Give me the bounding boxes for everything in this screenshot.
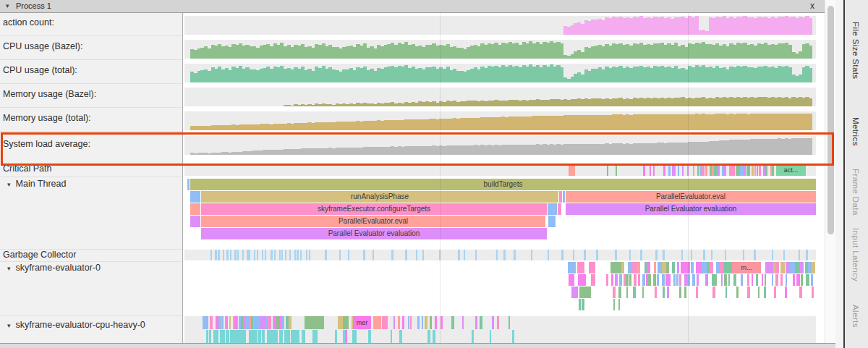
trace-slice[interactable]: [348, 250, 350, 260]
trace-slice[interactable]: [244, 330, 247, 343]
tab-frame-data[interactable]: Frame Data: [851, 169, 860, 216]
trace-slice[interactable]: [724, 274, 728, 286]
trace-slice[interactable]: [582, 274, 586, 286]
trace-slice[interactable]: [611, 274, 614, 286]
trace-slice[interactable]: [740, 165, 744, 176]
trace-slice[interactable]: [721, 274, 723, 286]
trace-slice[interactable]: [427, 330, 430, 343]
trace-slice[interactable]: [715, 274, 718, 286]
trace-slice[interactable]: [237, 250, 239, 260]
trace-slice[interactable]: [281, 316, 284, 329]
process-header[interactable]: ▾ Process 1 x: [0, 0, 825, 13]
trace-slice[interactable]: buildTargets: [190, 179, 816, 190]
trace-slice[interactable]: [382, 316, 388, 329]
trace-slice[interactable]: [626, 287, 629, 298]
trace-slice[interactable]: [190, 216, 200, 227]
trace-slice[interactable]: [234, 316, 237, 329]
trace-slice[interactable]: [492, 316, 494, 329]
trace-slice[interactable]: [772, 274, 773, 286]
trace-slice[interactable]: [637, 262, 640, 273]
trace-slice[interactable]: [691, 262, 694, 273]
track-header-skyframe-evaluator-0[interactable]: ▾skyframe-evaluator-0: [3, 263, 101, 273]
trace-slice[interactable]: [657, 274, 659, 286]
trace-slice[interactable]: [579, 287, 591, 298]
trace-slice[interactable]: [607, 165, 608, 176]
trace-slice[interactable]: [736, 287, 739, 298]
trace-slice[interactable]: [786, 262, 791, 273]
trace-slice[interactable]: [458, 250, 460, 260]
trace-slice[interactable]: [640, 250, 642, 260]
trace-slice[interactable]: [218, 250, 220, 260]
trace-slice[interactable]: [741, 274, 743, 286]
trace-slice[interactable]: [480, 316, 482, 329]
trace-slice[interactable]: [279, 250, 281, 260]
trace-slice[interactable]: [242, 250, 244, 260]
trace-slice[interactable]: [305, 316, 324, 329]
trace-slice[interactable]: [548, 203, 557, 215]
trace-slice[interactable]: [509, 316, 510, 329]
trace-slice[interactable]: [728, 274, 731, 286]
trace-slice[interactable]: [682, 165, 684, 176]
trace-slice[interactable]: [512, 330, 514, 343]
trace-slice[interactable]: [772, 250, 774, 260]
trace-slice[interactable]: [752, 274, 754, 286]
trace-slice[interactable]: [672, 262, 675, 273]
trace-slice[interactable]: [402, 316, 404, 329]
trace-slice[interactable]: [257, 250, 258, 260]
trace-slice[interactable]: [210, 250, 212, 260]
trace-slice[interactable]: [747, 287, 750, 298]
trace-slice[interactable]: [230, 250, 232, 260]
trace-slice[interactable]: [203, 316, 205, 329]
collapse-arrow-icon[interactable]: ▾: [6, 2, 9, 9]
trace-slice[interactable]: [497, 316, 498, 329]
collapse-arrow-icon[interactable]: ▾: [7, 322, 11, 329]
trace-slice-merge[interactable]: mer: [353, 316, 371, 329]
trace-slice[interactable]: [743, 250, 744, 260]
trace-slice[interactable]: [596, 250, 598, 260]
trace-slice[interactable]: [780, 262, 785, 273]
trace-slice[interactable]: [697, 274, 699, 286]
trace-slice[interactable]: [405, 250, 407, 260]
trace-slice[interactable]: [705, 165, 707, 176]
vertical-scrollbar[interactable]: [825, 0, 836, 343]
trace-slice[interactable]: [475, 250, 477, 260]
trace-slice[interactable]: [629, 274, 631, 286]
counter-chart-action-count[interactable]: [190, 16, 812, 35]
trace-slice[interactable]: [377, 316, 381, 329]
trace-slice[interactable]: [774, 287, 775, 298]
trace-slice[interactable]: [747, 274, 749, 286]
trace-slice[interactable]: [746, 165, 749, 176]
trace-slice[interactable]: [752, 165, 754, 176]
trace-slice[interactable]: [286, 330, 290, 343]
trace-slice[interactable]: [416, 250, 418, 260]
trace-slice[interactable]: ParallelEvaluator.eval: [201, 216, 545, 227]
trace-slice[interactable]: [684, 287, 686, 298]
vertical-scrollbar-thumb[interactable]: [827, 6, 834, 234]
trace-slice[interactable]: [568, 262, 576, 273]
trace-slice[interactable]: [276, 330, 277, 343]
trace-slice[interactable]: [634, 274, 637, 286]
trace-slice[interactable]: [373, 250, 374, 260]
trace-slice[interactable]: [214, 330, 218, 343]
trace-slice[interactable]: [571, 287, 579, 298]
counter-chart-cpu-total[interactable]: [190, 64, 812, 82]
trace-slice[interactable]: [673, 274, 676, 286]
trace-slice[interactable]: [190, 203, 200, 215]
trace-slice[interactable]: [343, 316, 349, 329]
trace-slice[interactable]: [653, 165, 655, 176]
trace-slice[interactable]: [294, 250, 297, 260]
trace-slice[interactable]: [619, 274, 622, 286]
trace-slice[interactable]: [206, 330, 208, 343]
trace-slice[interactable]: [289, 250, 292, 260]
trace-slice[interactable]: [425, 316, 427, 329]
trace-slice[interactable]: [793, 274, 795, 286]
trace-slice[interactable]: [422, 250, 425, 260]
trace-slice[interactable]: [569, 274, 575, 286]
trace-slice[interactable]: [210, 316, 213, 329]
trace-slice[interactable]: [226, 250, 229, 260]
trace-slice[interactable]: [268, 316, 271, 329]
trace-slice[interactable]: [754, 250, 756, 260]
trace-slice[interactable]: [229, 316, 231, 329]
trace-slice[interactable]: [274, 250, 276, 260]
trace-slice[interactable]: [563, 191, 565, 203]
